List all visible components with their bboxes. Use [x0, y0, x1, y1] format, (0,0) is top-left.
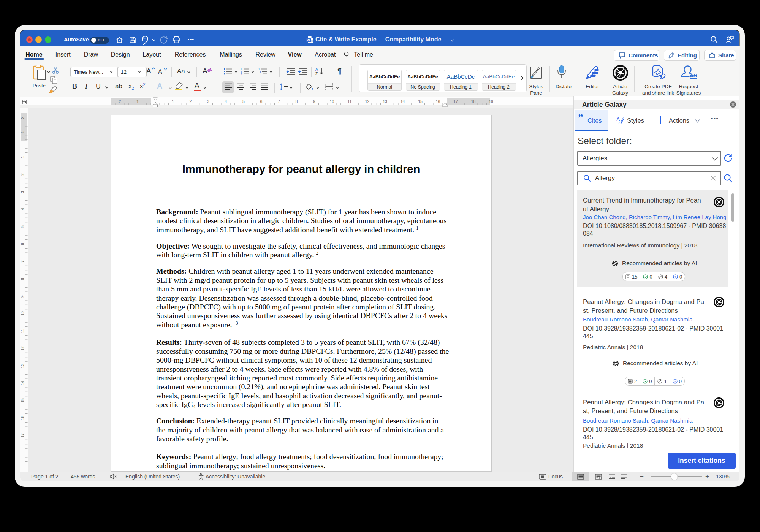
svg-text:5: 5	[20, 225, 25, 228]
svg-text:12: 12	[365, 99, 370, 104]
svg-text:16: 16	[20, 416, 25, 420]
svg-text:17: 17	[20, 433, 25, 438]
svg-text:7: 7	[20, 260, 25, 263]
svg-text:8: 8	[20, 278, 25, 280]
svg-text:9: 9	[20, 295, 25, 298]
svg-text:17: 17	[453, 99, 458, 104]
svg-text:1: 1	[20, 131, 25, 133]
svg-text:15: 15	[20, 398, 25, 403]
svg-text:15: 15	[418, 99, 423, 104]
svg-text:13: 13	[383, 99, 387, 104]
svg-text:3: 3	[20, 191, 25, 193]
svg-text:8: 8	[296, 99, 298, 104]
svg-text:18: 18	[471, 99, 476, 104]
svg-text:11: 11	[348, 99, 352, 104]
svg-text:6: 6	[20, 243, 25, 245]
svg-text:19: 19	[489, 99, 493, 104]
svg-text:7: 7	[278, 99, 280, 104]
svg-text:13: 13	[20, 364, 25, 368]
svg-text:2: 2	[190, 99, 192, 104]
svg-text:3: 3	[241, 73, 242, 75]
svg-text:A: A	[315, 67, 318, 71]
svg-text:11: 11	[20, 329, 25, 333]
svg-text:10: 10	[330, 99, 334, 104]
svg-text:14: 14	[401, 99, 405, 104]
svg-text:12: 12	[20, 346, 25, 351]
svg-text:1: 1	[20, 156, 25, 158]
svg-text:Z: Z	[315, 72, 318, 76]
svg-text:1: 1	[258, 68, 260, 70]
svg-text:W: W	[307, 38, 310, 42]
svg-text:4: 4	[225, 99, 227, 104]
svg-text:1: 1	[172, 99, 174, 104]
svg-text:?: ?	[674, 275, 676, 279]
svg-text:A: A	[616, 116, 620, 122]
svg-text:10: 10	[20, 311, 25, 316]
svg-text:9: 9	[313, 99, 315, 104]
svg-text:?: ?	[674, 380, 676, 383]
svg-text:3: 3	[207, 99, 209, 104]
svg-text:i: i	[261, 73, 261, 75]
svg-text:16: 16	[436, 99, 440, 104]
svg-text:2: 2	[20, 173, 25, 176]
svg-text:2: 2	[241, 70, 242, 73]
svg-text:4: 4	[20, 208, 25, 210]
svg-text:1: 1	[241, 68, 242, 70]
svg-text:5: 5	[242, 99, 245, 104]
svg-text:2: 2	[20, 117, 25, 119]
svg-text:a: a	[260, 70, 261, 73]
svg-text:2: 2	[119, 99, 121, 104]
svg-text:6: 6	[260, 99, 263, 104]
svg-text:14: 14	[20, 381, 25, 385]
svg-text:1: 1	[136, 99, 139, 104]
